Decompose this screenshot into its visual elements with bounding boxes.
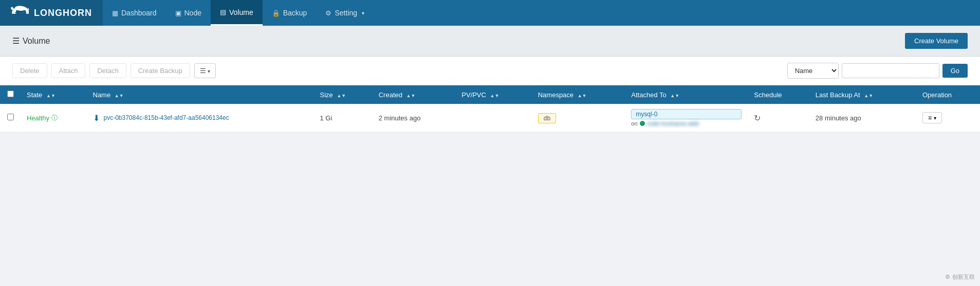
chevron-down-icon: ▾ xyxy=(362,10,364,16)
cell-last-backup: 28 minutes ago xyxy=(809,104,916,132)
nav-label-node: Node xyxy=(184,9,201,17)
namespace-badge: db xyxy=(538,113,556,123)
search-input[interactable] xyxy=(842,63,939,78)
attached-cell: mysql-0 on node-hostname-addr xyxy=(631,109,742,127)
sort-size-icon: ▲▼ xyxy=(337,94,346,98)
list-lines-icon: ≡ xyxy=(928,114,932,121)
page-title: ☰ Volume xyxy=(12,36,50,46)
brand[interactable]: LONGHORN xyxy=(0,0,103,26)
table-header-row: State ▲▼ Name ▲▼ Size ▲▼ Created ▲▼ PV/P… xyxy=(0,85,980,104)
create-backup-button[interactable]: Create Backup xyxy=(131,63,190,78)
sort-namespace-icon: ▲▼ xyxy=(578,94,587,98)
attach-button[interactable]: Attach xyxy=(51,63,86,78)
cell-namespace: db xyxy=(532,104,625,132)
node-name-blurred: node-hostname-addr xyxy=(647,120,699,127)
cell-state: Healthy ⓘ xyxy=(21,104,87,132)
cell-schedule: ↻ xyxy=(748,104,809,132)
navbar: LONGHORN ▦ Dashboard ▣ Node ▤ Volume 🔒 B… xyxy=(0,0,980,26)
node-icon: ▣ xyxy=(175,9,181,17)
select-all-checkbox[interactable] xyxy=(7,91,14,97)
delete-button[interactable]: Delete xyxy=(12,63,47,78)
th-size: Size ▲▼ xyxy=(314,85,373,104)
th-operation: Operation xyxy=(916,85,980,104)
row-checkbox-cell xyxy=(0,104,21,132)
nav-label-dashboard: Dashboard xyxy=(121,9,157,17)
th-last-backup: Last Backup At ▲▼ xyxy=(809,85,916,104)
sort-attached-icon: ▲▼ xyxy=(670,94,679,98)
nav-item-setting[interactable]: ⚙ Setting ▾ xyxy=(316,0,374,26)
schedule-icon: ↻ xyxy=(754,114,761,122)
th-state: State ▲▼ xyxy=(21,85,87,104)
select-all-header xyxy=(0,85,21,104)
page-header: ☰ Volume Create Volume xyxy=(0,26,980,57)
th-attached-to: Attached To ▲▼ xyxy=(625,85,748,104)
sort-state-icon: ▲▼ xyxy=(46,94,56,98)
volume-icon: ▤ xyxy=(220,8,226,16)
cell-attached-to: mysql-0 on node-hostname-addr xyxy=(625,104,748,132)
sort-name-icon: ▲▼ xyxy=(115,94,124,98)
table-container: State ▲▼ Name ▲▼ Size ▲▼ Created ▲▼ PV/P… xyxy=(0,85,980,132)
toolbar: Delete Attach Detach Create Backup ☰ ▾ N… xyxy=(0,57,980,85)
nav-items: ▦ Dashboard ▣ Node ▤ Volume 🔒 Backup ⚙ S… xyxy=(103,0,374,26)
nav-item-node[interactable]: ▣ Node xyxy=(166,0,211,26)
cell-pvpvc xyxy=(455,104,531,132)
sort-backup-icon: ▲▼ xyxy=(864,94,873,98)
nav-label-setting: Setting xyxy=(335,9,357,17)
sort-pvpvc-icon: ▲▼ xyxy=(490,94,500,98)
attached-pod[interactable]: mysql-0 xyxy=(631,109,742,119)
cell-name: ⬇ pvc-0b37084c-815b-43ef-afd7-aa56406134… xyxy=(87,104,314,132)
node-status-dot xyxy=(640,121,645,126)
cell-created: 2 minutes ago xyxy=(373,104,456,132)
nav-label-backup: Backup xyxy=(283,9,307,17)
table-row: Healthy ⓘ ⬇ pvc-0b37084c-815b-43ef-afd7-… xyxy=(0,104,980,132)
info-icon: ⓘ xyxy=(51,114,58,122)
cell-size: 1 Gi xyxy=(314,104,373,132)
setting-icon: ⚙ xyxy=(325,9,331,17)
download-icon: ⬇ xyxy=(93,113,100,123)
go-button[interactable]: Go xyxy=(942,64,968,78)
attached-node: on node-hostname-addr xyxy=(631,120,742,127)
row-select-checkbox[interactable] xyxy=(7,114,14,120)
detach-button[interactable]: Detach xyxy=(89,63,126,78)
chevron-down-icon-op: ▾ xyxy=(934,115,936,121)
th-namespace: Namespace ▲▼ xyxy=(532,85,625,104)
chevron-down-icon-toolbar: ▾ xyxy=(208,68,210,74)
nav-item-volume[interactable]: ▤ Volume xyxy=(211,0,263,26)
search-field-select[interactable]: Name xyxy=(787,63,839,79)
operation-button[interactable]: ≡ ▾ xyxy=(922,112,942,123)
list-icon: ☰ xyxy=(200,67,206,75)
sort-created-icon: ▲▼ xyxy=(406,94,416,98)
cell-operation: ≡ ▾ xyxy=(916,104,980,132)
create-volume-button[interactable]: Create Volume xyxy=(905,33,968,49)
th-created: Created ▲▼ xyxy=(373,85,456,104)
search-container: Name Go xyxy=(787,63,968,79)
svg-point-1 xyxy=(22,12,24,14)
node-on-label: on xyxy=(631,120,637,127)
name-cell: ⬇ pvc-0b37084c-815b-43ef-afd7-aa56406134… xyxy=(93,113,308,123)
svg-point-0 xyxy=(15,12,17,14)
th-name: Name ▲▼ xyxy=(87,85,314,104)
status-healthy: Healthy ⓘ xyxy=(27,114,81,122)
nav-label-volume: Volume xyxy=(229,8,253,16)
backup-icon: 🔒 xyxy=(272,9,280,17)
dashboard-icon: ▦ xyxy=(112,9,118,17)
list-options-button[interactable]: ☰ ▾ xyxy=(194,63,216,78)
th-schedule: Schedule xyxy=(748,85,809,104)
brand-name: LONGHORN xyxy=(34,8,92,19)
volumes-table: State ▲▼ Name ▲▼ Size ▲▼ Created ▲▼ PV/P… xyxy=(0,85,980,132)
brand-logo xyxy=(10,4,29,22)
th-pvpvc: PV/PVC ▲▼ xyxy=(455,85,531,104)
volume-name-link[interactable]: pvc-0b37084c-815b-43ef-afd7-aa56406134ec xyxy=(104,114,229,121)
volume-list-icon: ☰ xyxy=(12,36,20,46)
nav-item-backup[interactable]: 🔒 Backup xyxy=(263,0,317,26)
nav-item-dashboard[interactable]: ▦ Dashboard xyxy=(103,0,166,26)
